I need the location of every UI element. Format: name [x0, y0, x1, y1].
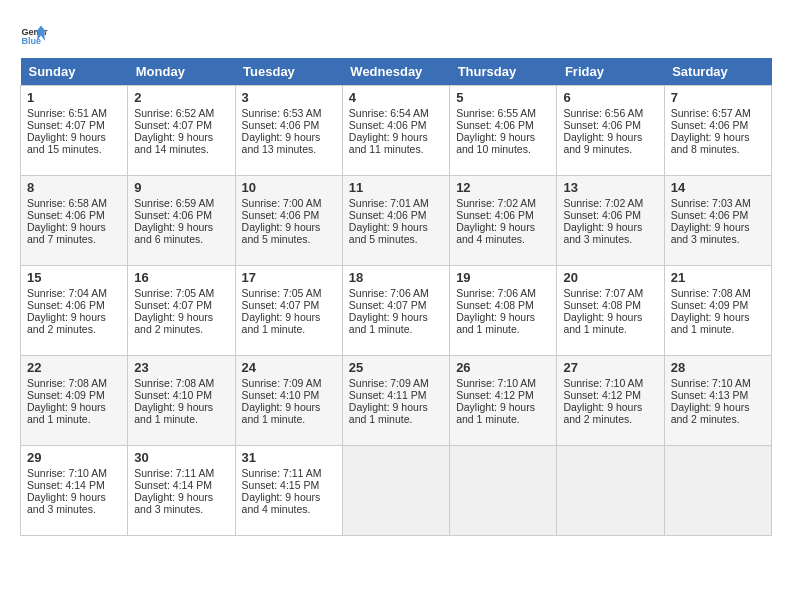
daylight-text: Daylight: 9 hours and 11 minutes.	[349, 131, 428, 155]
day-number: 14	[671, 180, 765, 195]
calendar-day-header: Wednesday	[342, 58, 449, 86]
day-number: 30	[134, 450, 228, 465]
calendar-cell: 22 Sunrise: 7:08 AM Sunset: 4:09 PM Dayl…	[21, 356, 128, 446]
calendar-cell: 31 Sunrise: 7:11 AM Sunset: 4:15 PM Dayl…	[235, 446, 342, 536]
day-number: 23	[134, 360, 228, 375]
calendar-cell: 27 Sunrise: 7:10 AM Sunset: 4:12 PM Dayl…	[557, 356, 664, 446]
sunset-text: Sunset: 4:12 PM	[456, 389, 534, 401]
calendar-week-row: 15 Sunrise: 7:04 AM Sunset: 4:06 PM Dayl…	[21, 266, 772, 356]
logo-icon: General Blue	[20, 20, 48, 48]
calendar-cell: 1 Sunrise: 6:51 AM Sunset: 4:07 PM Dayli…	[21, 86, 128, 176]
calendar-cell	[450, 446, 557, 536]
sunset-text: Sunset: 4:10 PM	[242, 389, 320, 401]
day-number: 9	[134, 180, 228, 195]
sunrise-text: Sunrise: 7:11 AM	[242, 467, 322, 479]
day-number: 2	[134, 90, 228, 105]
calendar-cell: 5 Sunrise: 6:55 AM Sunset: 4:06 PM Dayli…	[450, 86, 557, 176]
sunset-text: Sunset: 4:07 PM	[349, 299, 427, 311]
calendar-cell: 19 Sunrise: 7:06 AM Sunset: 4:08 PM Dayl…	[450, 266, 557, 356]
daylight-text: Daylight: 9 hours and 1 minute.	[242, 311, 321, 335]
daylight-text: Daylight: 9 hours and 2 minutes.	[134, 311, 213, 335]
calendar-cell: 16 Sunrise: 7:05 AM Sunset: 4:07 PM Dayl…	[128, 266, 235, 356]
sunset-text: Sunset: 4:15 PM	[242, 479, 320, 491]
sunrise-text: Sunrise: 7:07 AM	[563, 287, 643, 299]
sunrise-text: Sunrise: 6:55 AM	[456, 107, 536, 119]
day-number: 10	[242, 180, 336, 195]
day-number: 24	[242, 360, 336, 375]
day-number: 18	[349, 270, 443, 285]
sunrise-text: Sunrise: 7:05 AM	[242, 287, 322, 299]
day-number: 11	[349, 180, 443, 195]
day-number: 7	[671, 90, 765, 105]
sunset-text: Sunset: 4:07 PM	[134, 299, 212, 311]
daylight-text: Daylight: 9 hours and 3 minutes.	[134, 491, 213, 515]
sunrise-text: Sunrise: 7:01 AM	[349, 197, 429, 209]
calendar-week-row: 22 Sunrise: 7:08 AM Sunset: 4:09 PM Dayl…	[21, 356, 772, 446]
calendar-table: SundayMondayTuesdayWednesdayThursdayFrid…	[20, 58, 772, 536]
daylight-text: Daylight: 9 hours and 1 minute.	[671, 311, 750, 335]
sunrise-text: Sunrise: 7:04 AM	[27, 287, 107, 299]
sunrise-text: Sunrise: 7:10 AM	[27, 467, 107, 479]
daylight-text: Daylight: 9 hours and 8 minutes.	[671, 131, 750, 155]
day-number: 5	[456, 90, 550, 105]
sunrise-text: Sunrise: 7:06 AM	[349, 287, 429, 299]
day-number: 15	[27, 270, 121, 285]
day-number: 31	[242, 450, 336, 465]
sunset-text: Sunset: 4:06 PM	[242, 209, 320, 221]
calendar-header-row: SundayMondayTuesdayWednesdayThursdayFrid…	[21, 58, 772, 86]
calendar-week-row: 29 Sunrise: 7:10 AM Sunset: 4:14 PM Dayl…	[21, 446, 772, 536]
calendar-day-header: Tuesday	[235, 58, 342, 86]
sunrise-text: Sunrise: 7:00 AM	[242, 197, 322, 209]
daylight-text: Daylight: 9 hours and 6 minutes.	[134, 221, 213, 245]
calendar-day-header: Sunday	[21, 58, 128, 86]
calendar-cell: 12 Sunrise: 7:02 AM Sunset: 4:06 PM Dayl…	[450, 176, 557, 266]
daylight-text: Daylight: 9 hours and 1 minute.	[27, 401, 106, 425]
calendar-day-header: Saturday	[664, 58, 771, 86]
daylight-text: Daylight: 9 hours and 1 minute.	[456, 311, 535, 335]
calendar-cell: 7 Sunrise: 6:57 AM Sunset: 4:06 PM Dayli…	[664, 86, 771, 176]
sunrise-text: Sunrise: 7:02 AM	[456, 197, 536, 209]
sunrise-text: Sunrise: 7:03 AM	[671, 197, 751, 209]
daylight-text: Daylight: 9 hours and 1 minute.	[563, 311, 642, 335]
sunrise-text: Sunrise: 7:08 AM	[134, 377, 214, 389]
daylight-text: Daylight: 9 hours and 2 minutes.	[671, 401, 750, 425]
sunset-text: Sunset: 4:06 PM	[27, 299, 105, 311]
calendar-week-row: 1 Sunrise: 6:51 AM Sunset: 4:07 PM Dayli…	[21, 86, 772, 176]
sunset-text: Sunset: 4:11 PM	[349, 389, 427, 401]
logo: General Blue	[20, 20, 48, 48]
sunset-text: Sunset: 4:07 PM	[134, 119, 212, 131]
calendar-cell	[557, 446, 664, 536]
sunset-text: Sunset: 4:07 PM	[242, 299, 320, 311]
calendar-cell: 24 Sunrise: 7:09 AM Sunset: 4:10 PM Dayl…	[235, 356, 342, 446]
sunrise-text: Sunrise: 6:51 AM	[27, 107, 107, 119]
sunrise-text: Sunrise: 6:58 AM	[27, 197, 107, 209]
sunrise-text: Sunrise: 7:08 AM	[671, 287, 751, 299]
day-number: 6	[563, 90, 657, 105]
calendar-cell: 11 Sunrise: 7:01 AM Sunset: 4:06 PM Dayl…	[342, 176, 449, 266]
calendar-cell: 8 Sunrise: 6:58 AM Sunset: 4:06 PM Dayli…	[21, 176, 128, 266]
sunset-text: Sunset: 4:06 PM	[671, 119, 749, 131]
sunrise-text: Sunrise: 7:06 AM	[456, 287, 536, 299]
calendar-cell: 14 Sunrise: 7:03 AM Sunset: 4:06 PM Dayl…	[664, 176, 771, 266]
day-number: 3	[242, 90, 336, 105]
calendar-cell: 2 Sunrise: 6:52 AM Sunset: 4:07 PM Dayli…	[128, 86, 235, 176]
sunrise-text: Sunrise: 7:10 AM	[456, 377, 536, 389]
day-number: 19	[456, 270, 550, 285]
daylight-text: Daylight: 9 hours and 9 minutes.	[563, 131, 642, 155]
day-number: 27	[563, 360, 657, 375]
day-number: 16	[134, 270, 228, 285]
sunset-text: Sunset: 4:06 PM	[242, 119, 320, 131]
daylight-text: Daylight: 9 hours and 7 minutes.	[27, 221, 106, 245]
calendar-day-header: Thursday	[450, 58, 557, 86]
daylight-text: Daylight: 9 hours and 1 minute.	[456, 401, 535, 425]
daylight-text: Daylight: 9 hours and 3 minutes.	[563, 221, 642, 245]
daylight-text: Daylight: 9 hours and 1 minute.	[349, 401, 428, 425]
sunset-text: Sunset: 4:06 PM	[349, 209, 427, 221]
day-number: 25	[349, 360, 443, 375]
sunrise-text: Sunrise: 7:05 AM	[134, 287, 214, 299]
day-number: 17	[242, 270, 336, 285]
daylight-text: Daylight: 9 hours and 1 minute.	[134, 401, 213, 425]
sunset-text: Sunset: 4:06 PM	[563, 209, 641, 221]
calendar-cell: 13 Sunrise: 7:02 AM Sunset: 4:06 PM Dayl…	[557, 176, 664, 266]
day-number: 8	[27, 180, 121, 195]
